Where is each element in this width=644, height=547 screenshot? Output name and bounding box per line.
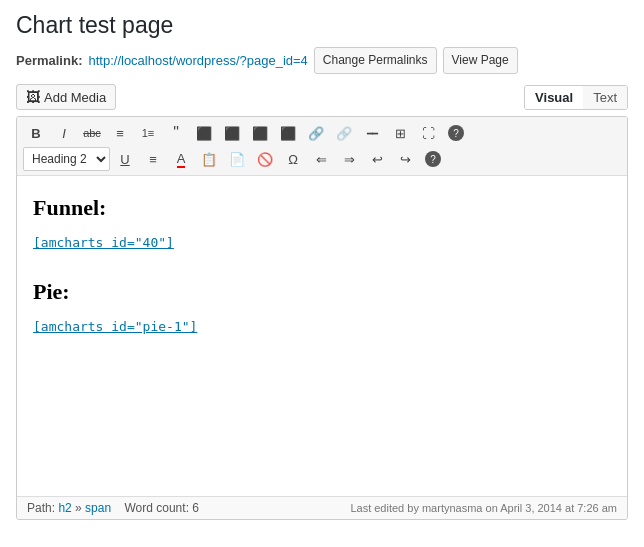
permalink-row: Permalink: http://localhost/wordpress/?p… — [16, 47, 628, 74]
undo-button[interactable]: ↩ — [364, 147, 390, 171]
italic-button[interactable]: I — [51, 121, 77, 145]
insert-more-icon: ━━ — [367, 128, 377, 139]
strikethrough-icon: abc — [83, 127, 101, 139]
add-media-icon: 🖼 — [26, 89, 40, 105]
strikethrough-button[interactable]: abc — [79, 121, 105, 145]
path-h2[interactable]: h2 — [58, 501, 71, 515]
align-left-button[interactable]: ⬛ — [191, 121, 217, 145]
editor-container: B I abc ≡ 1≡ " ⬛ ⬛ ⬛ ⬛ 🔗 🔗 ━━ ⊞ ⛶ ? He — [16, 116, 628, 520]
align-justify-icon: ⬛ — [280, 126, 296, 141]
help-button[interactable]: ? — [420, 147, 446, 171]
wp-help-button[interactable]: ? — [443, 121, 469, 145]
last-edited: Last edited by martynasma on April 3, 20… — [350, 502, 617, 514]
bold-button[interactable]: B — [23, 121, 49, 145]
remove-format-button[interactable]: 🚫 — [252, 147, 278, 171]
path-label: Path: — [27, 501, 55, 515]
special-char-button[interactable]: Ω — [280, 147, 306, 171]
unlink-icon: 🔗 — [336, 126, 352, 141]
view-toggle: Visual Text — [524, 85, 628, 110]
text-tab[interactable]: Text — [583, 86, 627, 109]
align-left-icon: ⬛ — [196, 126, 212, 141]
paste-text-icon: 📋 — [201, 152, 217, 167]
pie-shortcode: [amcharts id="pie-1"] — [33, 317, 611, 338]
help-icon: ? — [425, 151, 441, 167]
align-left2-button[interactable]: ≡ — [140, 147, 166, 171]
align-right-button[interactable]: ⬛ — [247, 121, 273, 145]
funnel-shortcode: [amcharts id="40"] — [33, 233, 611, 254]
editor-footer: Path: h2 » span Word count: 6 Last edite… — [17, 496, 627, 519]
paste-text-button[interactable]: 📋 — [196, 147, 222, 171]
word-count-label: Word count: — [124, 501, 188, 515]
toolbar-row-1: B I abc ≡ 1≡ " ⬛ ⬛ ⬛ ⬛ 🔗 🔗 ━━ ⊞ ⛶ ? — [23, 121, 621, 145]
add-media-label: Add Media — [44, 90, 106, 105]
ordered-list-button[interactable]: 1≡ — [135, 121, 161, 145]
align-center-button[interactable]: ⬛ — [219, 121, 245, 145]
visual-tab[interactable]: Visual — [525, 86, 583, 109]
toolbar-toggle-icon: ⊞ — [395, 126, 406, 141]
redo-icon: ↪ — [400, 152, 411, 167]
blockquote-button[interactable]: " — [163, 121, 189, 145]
text-color-button[interactable]: A — [168, 147, 194, 171]
add-media-button[interactable]: 🖼 Add Media — [16, 84, 116, 110]
heading-select[interactable]: Heading 2 Heading 1 Heading 3 Paragraph — [23, 147, 110, 171]
paste-word-icon: 📄 — [229, 152, 245, 167]
text-color-icon: A — [177, 151, 186, 168]
word-count: 6 — [192, 501, 199, 515]
indent-button[interactable]: ⇒ — [336, 147, 362, 171]
fullscreen-icon: ⛶ — [422, 126, 435, 141]
special-char-icon: Ω — [288, 152, 298, 167]
toolbar-row-2: Heading 2 Heading 1 Heading 3 Paragraph … — [23, 147, 621, 171]
align-justify-button[interactable]: ⬛ — [275, 121, 301, 145]
italic-icon: I — [62, 126, 66, 141]
undo-icon: ↩ — [372, 152, 383, 167]
ol-icon: 1≡ — [142, 127, 155, 139]
paste-word-button[interactable]: 📄 — [224, 147, 250, 171]
toolbar-toggle-button[interactable]: ⊞ — [387, 121, 413, 145]
pie-heading: Pie: — [33, 274, 611, 309]
fullscreen-button[interactable]: ⛶ — [415, 121, 441, 145]
view-page-button[interactable]: View Page — [443, 47, 518, 74]
path-info: Path: h2 » span Word count: 6 — [27, 501, 199, 515]
link-icon: 🔗 — [308, 126, 324, 141]
link-button[interactable]: 🔗 — [303, 121, 329, 145]
page-wrapper: Chart test page Permalink: http://localh… — [0, 0, 644, 547]
unlink-button[interactable]: 🔗 — [331, 121, 357, 145]
indent-icon: ⇒ — [344, 152, 355, 167]
bold-icon: B — [31, 126, 40, 141]
funnel-heading: Funnel: — [33, 190, 611, 225]
align-center-icon: ⬛ — [224, 126, 240, 141]
unordered-list-button[interactable]: ≡ — [107, 121, 133, 145]
remove-format-icon: 🚫 — [257, 152, 273, 167]
align-left2-icon: ≡ — [149, 152, 157, 167]
page-title: Chart test page — [16, 12, 628, 39]
align-right-icon: ⬛ — [252, 126, 268, 141]
underline-button[interactable]: U — [112, 147, 138, 171]
change-permalinks-button[interactable]: Change Permalinks — [314, 47, 437, 74]
insert-more-button[interactable]: ━━ — [359, 121, 385, 145]
editor-content[interactable]: Funnel: [amcharts id="40"] Pie: [amchart… — [17, 176, 627, 496]
ul-icon: ≡ — [116, 126, 124, 141]
editor-toolbar: B I abc ≡ 1≡ " ⬛ ⬛ ⬛ ⬛ 🔗 🔗 ━━ ⊞ ⛶ ? He — [17, 117, 627, 176]
blockquote-icon: " — [173, 124, 179, 142]
underline-icon: U — [120, 152, 129, 167]
wp-help-icon: ? — [448, 125, 464, 141]
path-span[interactable]: span — [85, 501, 111, 515]
permalink-url[interactable]: http://localhost/wordpress/?page_id=4 — [88, 53, 307, 68]
path-separator: » — [75, 501, 82, 515]
editor-top-bar: 🖼 Add Media Visual Text — [16, 84, 628, 110]
redo-button[interactable]: ↪ — [392, 147, 418, 171]
outdent-button[interactable]: ⇐ — [308, 147, 334, 171]
permalink-label: Permalink: — [16, 53, 82, 68]
outdent-icon: ⇐ — [316, 152, 327, 167]
